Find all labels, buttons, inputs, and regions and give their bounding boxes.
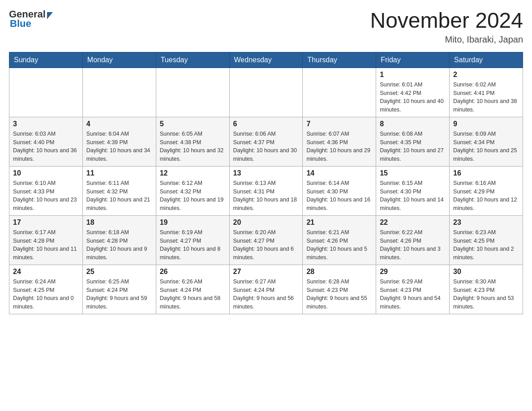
calendar-cell: 15Sunrise: 6:15 AM Sunset: 4:30 PM Dayli… (376, 166, 450, 215)
day-number: 21 (306, 218, 372, 227)
day-info: Sunrise: 6:02 AM Sunset: 4:41 PM Dayligh… (453, 81, 519, 114)
calendar-cell: 17Sunrise: 6:17 AM Sunset: 4:28 PM Dayli… (9, 215, 83, 265)
calendar-cell (229, 68, 303, 117)
calendar-cell: 14Sunrise: 6:14 AM Sunset: 4:30 PM Dayli… (303, 166, 376, 215)
calendar-cell: 5Sunrise: 6:05 AM Sunset: 4:38 PM Daylig… (156, 117, 229, 166)
day-number: 28 (306, 268, 372, 276)
calendar-cell: 20Sunrise: 6:20 AM Sunset: 4:27 PM Dayli… (229, 215, 303, 265)
calendar-cell: 8Sunrise: 6:08 AM Sunset: 4:35 PM Daylig… (376, 117, 450, 166)
day-number: 29 (380, 268, 446, 276)
calendar-cell: 18Sunrise: 6:18 AM Sunset: 4:28 PM Dayli… (82, 215, 156, 265)
day-number: 30 (453, 268, 519, 276)
calendar-cell: 26Sunrise: 6:26 AM Sunset: 4:24 PM Dayli… (156, 265, 229, 314)
day-number: 25 (86, 268, 152, 276)
day-info: Sunrise: 6:10 AM Sunset: 4:33 PM Dayligh… (13, 179, 79, 213)
day-number: 26 (160, 268, 226, 276)
calendar-cell (156, 68, 229, 117)
day-info: Sunrise: 6:20 AM Sunset: 4:27 PM Dayligh… (233, 228, 299, 262)
calendar-cell: 12Sunrise: 6:12 AM Sunset: 4:32 PM Dayli… (156, 166, 229, 215)
page-header: General Blue November 2024 Mito, Ibaraki… (9, 9, 523, 45)
calendar-cell (82, 68, 156, 117)
day-info: Sunrise: 6:13 AM Sunset: 4:31 PM Dayligh… (233, 179, 299, 213)
day-info: Sunrise: 6:15 AM Sunset: 4:30 PM Dayligh… (380, 179, 446, 213)
calendar-cell: 25Sunrise: 6:25 AM Sunset: 4:24 PM Dayli… (82, 265, 156, 314)
calendar-title-area: November 2024 Mito, Ibaraki, Japan (370, 9, 523, 45)
weekday-header-saturday: Saturday (450, 52, 523, 68)
day-info: Sunrise: 6:06 AM Sunset: 4:37 PM Dayligh… (233, 130, 299, 163)
day-info: Sunrise: 6:26 AM Sunset: 4:24 PM Dayligh… (160, 278, 226, 311)
day-number: 4 (86, 120, 152, 128)
calendar-cell: 28Sunrise: 6:28 AM Sunset: 4:23 PM Dayli… (303, 265, 376, 314)
day-info: Sunrise: 6:01 AM Sunset: 4:42 PM Dayligh… (380, 81, 446, 114)
week-row-5: 24Sunrise: 6:24 AM Sunset: 4:25 PM Dayli… (9, 265, 523, 314)
day-info: Sunrise: 6:03 AM Sunset: 4:40 PM Dayligh… (13, 130, 79, 163)
logo-blue-text: Blue (10, 18, 53, 30)
calendar-cell: 24Sunrise: 6:24 AM Sunset: 4:25 PM Dayli… (9, 265, 83, 314)
day-number: 5 (160, 120, 226, 128)
day-info: Sunrise: 6:27 AM Sunset: 4:24 PM Dayligh… (233, 278, 299, 311)
day-info: Sunrise: 6:28 AM Sunset: 4:23 PM Dayligh… (306, 278, 372, 311)
day-number: 6 (233, 120, 299, 128)
weekday-header-wednesday: Wednesday (229, 52, 303, 68)
day-info: Sunrise: 6:09 AM Sunset: 4:34 PM Dayligh… (453, 130, 519, 163)
calendar-cell: 29Sunrise: 6:29 AM Sunset: 4:23 PM Dayli… (376, 265, 450, 314)
day-number: 16 (453, 169, 519, 177)
day-number: 15 (380, 169, 446, 177)
calendar-cell: 30Sunrise: 6:30 AM Sunset: 4:23 PM Dayli… (450, 265, 523, 314)
logo: General Blue (9, 9, 53, 30)
calendar-cell: 13Sunrise: 6:13 AM Sunset: 4:31 PM Dayli… (229, 166, 303, 215)
day-info: Sunrise: 6:12 AM Sunset: 4:32 PM Dayligh… (160, 179, 226, 213)
day-number: 27 (233, 268, 299, 276)
day-info: Sunrise: 6:08 AM Sunset: 4:35 PM Dayligh… (380, 130, 446, 163)
day-info: Sunrise: 6:21 AM Sunset: 4:26 PM Dayligh… (306, 228, 372, 262)
day-number: 18 (86, 218, 152, 227)
day-info: Sunrise: 6:11 AM Sunset: 4:32 PM Dayligh… (86, 179, 152, 213)
day-info: Sunrise: 6:29 AM Sunset: 4:23 PM Dayligh… (380, 278, 446, 311)
day-number: 7 (306, 120, 372, 128)
day-number: 10 (13, 169, 79, 177)
weekday-header-tuesday: Tuesday (156, 52, 229, 68)
calendar-cell: 19Sunrise: 6:19 AM Sunset: 4:27 PM Dayli… (156, 215, 229, 265)
day-info: Sunrise: 6:07 AM Sunset: 4:36 PM Dayligh… (306, 130, 372, 163)
weekday-header-row: SundayMondayTuesdayWednesdayThursdayFrid… (9, 52, 523, 68)
day-number: 22 (380, 218, 446, 227)
day-info: Sunrise: 6:17 AM Sunset: 4:28 PM Dayligh… (13, 228, 79, 262)
location-subtitle: Mito, Ibaraki, Japan (370, 34, 523, 45)
day-info: Sunrise: 6:05 AM Sunset: 4:38 PM Dayligh… (160, 130, 226, 163)
day-info: Sunrise: 6:25 AM Sunset: 4:24 PM Dayligh… (86, 278, 152, 311)
calendar-cell: 1Sunrise: 6:01 AM Sunset: 4:42 PM Daylig… (376, 68, 450, 117)
day-number: 13 (233, 169, 299, 177)
weekday-header-friday: Friday (376, 52, 450, 68)
weekday-header-monday: Monday (82, 52, 156, 68)
calendar-cell: 7Sunrise: 6:07 AM Sunset: 4:36 PM Daylig… (303, 117, 376, 166)
week-row-3: 10Sunrise: 6:10 AM Sunset: 4:33 PM Dayli… (9, 166, 523, 215)
day-number: 20 (233, 218, 299, 227)
day-number: 17 (13, 218, 79, 227)
calendar-cell: 21Sunrise: 6:21 AM Sunset: 4:26 PM Dayli… (303, 215, 376, 265)
calendar-table: SundayMondayTuesdayWednesdayThursdayFrid… (9, 52, 523, 314)
calendar-cell: 22Sunrise: 6:22 AM Sunset: 4:26 PM Dayli… (376, 215, 450, 265)
weekday-header-thursday: Thursday (303, 52, 376, 68)
day-number: 11 (86, 169, 152, 177)
calendar-cell: 16Sunrise: 6:16 AM Sunset: 4:29 PM Dayli… (450, 166, 523, 215)
day-number: 9 (453, 120, 519, 128)
calendar-cell: 23Sunrise: 6:23 AM Sunset: 4:25 PM Dayli… (450, 215, 523, 265)
day-info: Sunrise: 6:18 AM Sunset: 4:28 PM Dayligh… (86, 228, 152, 262)
day-number: 23 (453, 218, 519, 227)
day-info: Sunrise: 6:30 AM Sunset: 4:23 PM Dayligh… (453, 278, 519, 311)
calendar-cell: 9Sunrise: 6:09 AM Sunset: 4:34 PM Daylig… (450, 117, 523, 166)
calendar-cell: 2Sunrise: 6:02 AM Sunset: 4:41 PM Daylig… (450, 68, 523, 117)
day-number: 12 (160, 169, 226, 177)
week-row-4: 17Sunrise: 6:17 AM Sunset: 4:28 PM Dayli… (9, 215, 523, 265)
day-number: 1 (380, 71, 446, 79)
day-info: Sunrise: 6:22 AM Sunset: 4:26 PM Dayligh… (380, 228, 446, 262)
calendar-cell (9, 68, 83, 117)
day-info: Sunrise: 6:04 AM Sunset: 4:39 PM Dayligh… (86, 130, 152, 163)
calendar-cell: 4Sunrise: 6:04 AM Sunset: 4:39 PM Daylig… (82, 117, 156, 166)
day-info: Sunrise: 6:23 AM Sunset: 4:25 PM Dayligh… (453, 228, 519, 262)
week-row-2: 3Sunrise: 6:03 AM Sunset: 4:40 PM Daylig… (9, 117, 523, 166)
day-number: 14 (306, 169, 372, 177)
day-info: Sunrise: 6:16 AM Sunset: 4:29 PM Dayligh… (453, 179, 519, 213)
calendar-cell: 27Sunrise: 6:27 AM Sunset: 4:24 PM Dayli… (229, 265, 303, 314)
calendar-cell: 3Sunrise: 6:03 AM Sunset: 4:40 PM Daylig… (9, 117, 83, 166)
